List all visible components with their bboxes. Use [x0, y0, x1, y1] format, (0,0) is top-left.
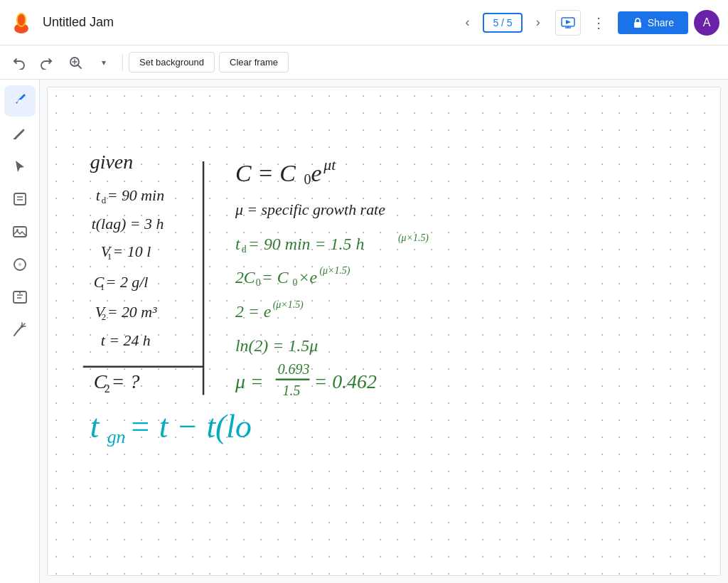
marker-tool-button[interactable] [4, 118, 36, 149]
svg-text:1.5: 1.5 [283, 383, 301, 398]
svg-text:C = C: C = C [235, 160, 296, 186]
svg-text:2: 2 [102, 311, 106, 322]
svg-text:= 20 m³: = 20 m³ [107, 303, 157, 321]
undo-button[interactable] [6, 50, 31, 75]
marker-icon [11, 125, 28, 142]
clear-frame-button[interactable]: Clear frame [219, 52, 289, 73]
present-button[interactable] [555, 10, 581, 36]
svg-text:= 0.462: = 0.462 [314, 370, 377, 392]
text-tool-button[interactable] [4, 282, 36, 313]
svg-text:d: d [102, 195, 107, 205]
svg-text:0.693: 0.693 [278, 361, 310, 377]
svg-text:t: t [96, 186, 101, 204]
svg-text:= 90 min = 1.5 h: = 90 min = 1.5 h [248, 235, 365, 253]
svg-text:×e: ×e [299, 268, 318, 287]
svg-text:0: 0 [293, 277, 298, 288]
slide-navigation: ‹ 5 / 5 › [456, 11, 549, 34]
image-icon [11, 223, 28, 240]
svg-text:μ =: μ = [235, 370, 264, 392]
main-area: given t d = 90 min t(lag) = 3 h V 1 = 10… [0, 80, 728, 583]
svg-text:(μ×1.5): (μ×1.5) [398, 232, 429, 244]
svg-rect-14 [14, 138, 16, 139]
svg-rect-18 [14, 227, 26, 237]
lock-icon [632, 17, 643, 28]
redo-icon [40, 55, 54, 70]
present-icon [561, 17, 575, 28]
sticky-note-button[interactable] [4, 183, 36, 215]
svg-text:e: e [311, 160, 321, 186]
more-options-button[interactable]: ⋮ [587, 10, 612, 36]
svg-marker-6 [566, 20, 571, 24]
svg-text:2 = e: 2 = e [235, 302, 272, 321]
svg-point-21 [18, 263, 21, 266]
shape-tool-button[interactable] [4, 249, 36, 280]
svg-text:1: 1 [107, 251, 112, 262]
svg-text:given: given [90, 151, 133, 173]
document-title: Untitled Jam [43, 15, 450, 30]
more-dots-icon: ⋮ [592, 14, 606, 31]
svg-text:2C: 2C [235, 268, 256, 287]
svg-point-13 [18, 100, 21, 102]
dot-background: given t d = 90 min t(lag) = 3 h V 1 = 10… [48, 87, 720, 575]
app-logo [9, 10, 34, 36]
select-tool-button[interactable] [4, 151, 36, 182]
svg-text:d: d [242, 244, 247, 255]
header: Untitled Jam ‹ 5 / 5 › ⋮ Share A [0, 0, 728, 46]
pen-tool-button[interactable] [4, 85, 36, 117]
toolbar-divider [122, 54, 123, 71]
redo-button[interactable] [34, 50, 60, 75]
share-label: Share [648, 17, 674, 28]
svg-text:t = 24 h: t = 24 h [101, 331, 151, 349]
pen-icon [11, 92, 28, 109]
svg-text:0: 0 [304, 171, 311, 187]
svg-text:(μ×1.5): (μ×1.5) [319, 265, 350, 277]
user-avatar[interactable]: A [694, 10, 719, 36]
zoom-icon [68, 55, 82, 70]
svg-point-2 [18, 14, 25, 26]
svg-text:1: 1 [100, 282, 105, 292]
svg-text:t: t [235, 235, 241, 253]
svg-line-9 [78, 65, 82, 68]
sticky-note-icon [11, 191, 28, 208]
svg-text:t(lag) = 3 h: t(lag) = 3 h [92, 215, 164, 232]
canvas-area[interactable]: given t d = 90 min t(lag) = 3 h V 1 = 10… [40, 80, 728, 583]
shape-icon [11, 256, 28, 273]
image-tool-button[interactable] [4, 216, 36, 247]
svg-text:gn: gn [107, 427, 126, 447]
canvas-frame: given t d = 90 min t(lag) = 3 h V 1 = 10… [47, 87, 721, 576]
prev-slide-button[interactable]: ‹ [456, 11, 478, 34]
svg-text:t: t [90, 408, 100, 444]
text-icon [11, 289, 28, 306]
set-background-button[interactable]: Set background [129, 52, 215, 73]
svg-text:ln(2) = 1.5μ: ln(2) = 1.5μ [235, 336, 318, 355]
zoom-dropdown-button[interactable]: ▾ [91, 50, 117, 75]
undo-icon [11, 55, 26, 70]
svg-text:= C: = C [262, 268, 289, 287]
laser-tool-button[interactable] [4, 314, 36, 346]
cursor-icon [11, 158, 28, 175]
header-right: ⋮ Share A [555, 10, 719, 36]
slide-counter[interactable]: 5 / 5 [483, 13, 522, 33]
svg-text:= t − t(lo: = t − t(lo [129, 408, 252, 444]
svg-text:μ = specific growth rate: μ = specific growth rate [235, 200, 385, 218]
whiteboard-content: given t d = 90 min t(lag) = 3 h V 1 = 10… [48, 87, 720, 575]
svg-text:0: 0 [256, 277, 261, 288]
next-slide-button[interactable]: › [527, 11, 550, 34]
share-button[interactable]: Share [618, 11, 688, 34]
svg-text:= 10 l: = 10 l [113, 242, 151, 260]
secondary-toolbar: ▾ Set background Clear frame [0, 46, 728, 80]
svg-rect-15 [14, 193, 26, 205]
svg-text:= 2 g/l: = 2 g/l [106, 273, 149, 291]
svg-text:(μ×1.5): (μ×1.5) [273, 299, 304, 311]
svg-text:= 90 min: = 90 min [107, 186, 164, 204]
svg-text:2: 2 [105, 383, 110, 395]
svg-text:= ?: = ? [112, 370, 140, 392]
svg-rect-7 [634, 22, 641, 28]
tool-sidebar [0, 80, 40, 583]
chevron-down-icon: ▾ [102, 58, 106, 68]
svg-text:μt: μt [323, 156, 336, 173]
laser-icon [11, 321, 28, 338]
zoom-button[interactable] [63, 50, 88, 75]
